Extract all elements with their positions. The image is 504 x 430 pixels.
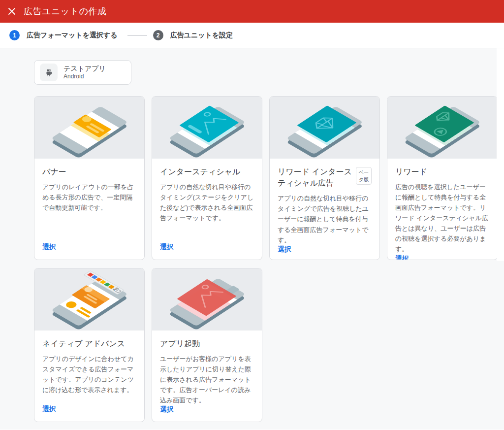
stepper: 1 広告フォーマットを選択する 2 広告ユニットを設定 <box>0 23 504 48</box>
card-description: アプリのデザインに合わせてカスタマイズできる広告フォーマットです。アプリのコンテ… <box>42 354 136 395</box>
card-title: リワード <box>395 166 489 177</box>
native-advanced-phone-icon: Aa <box>34 268 144 331</box>
dialog-header: 広告ユニットの作成 <box>0 0 504 23</box>
select-link[interactable]: 選択 <box>395 255 489 260</box>
card-description: アプリのレイアウトの一部を占める長方形の広告で、一定間隔で自動更新可能です。 <box>42 182 136 213</box>
card-app-open: アプリ起動 ユーザーがお客様のアプリを表示したりアプリに切り替えた際に表示される… <box>152 268 262 422</box>
card-body: リワード 広告の視聴を選択したユーザーに報酬として特典を付与する全画面広告フォー… <box>387 159 497 260</box>
app-open-phone-icon <box>152 268 262 331</box>
card-title: アプリ起動 <box>160 338 254 349</box>
select-link[interactable]: 選択 <box>160 243 254 252</box>
card-description: アプリの自然な切れ目や移行のタイミングで広告を視聴したユーザーに報酬として特典を… <box>278 193 372 245</box>
rewarded-illustration <box>387 97 497 159</box>
step-1-circle: 1 <box>9 30 20 40</box>
android-icon <box>40 64 58 81</box>
interstitial-illustration <box>152 97 262 159</box>
select-link[interactable]: 選択 <box>160 405 254 414</box>
card-body: インタースティシャル アプリの自然な切れ目や移行のタイミング(ステージをクリアし… <box>152 159 262 260</box>
beta-badge-line1: ベー <box>359 168 369 176</box>
content-area: テストアプリ Android <box>0 48 504 430</box>
card-body: ネイティブ アドバンス アプリのデザインに合わせてカスタマイズできる広告フォーマ… <box>34 331 144 422</box>
banner-phone-icon <box>34 97 144 159</box>
step-2-configure-unit: 2 広告ユニットを設定 <box>153 30 233 40</box>
app-chip-text: テストアプリ Android <box>63 64 106 81</box>
app-open-illustration <box>152 268 262 331</box>
card-body: リワード インタースティシャル広告 ベー タ版 アプリの自然な切れ目や移行のタイ… <box>270 159 379 260</box>
scrollbar-gutter <box>497 48 504 261</box>
beta-badge: ベー タ版 <box>356 167 372 185</box>
card-title: ネイティブ アドバンス <box>42 338 136 349</box>
select-link[interactable]: 選択 <box>278 245 372 254</box>
card-banner: バナー アプリのレイアウトの一部を占める長方形の広告で、一定間隔で自動更新可能で… <box>34 96 145 260</box>
beta-badge-line2: タ版 <box>359 176 369 183</box>
page-title: 広告ユニットの作成 <box>24 5 107 17</box>
rewarded-interstitial-phone-icon <box>270 97 379 159</box>
card-title: バナー <box>42 166 136 177</box>
card-native-advanced: Aa ネイティブ アドバンス アプリのデザインに合わせてカスタマイズできる広告フ… <box>34 268 145 422</box>
rewarded-phone-icon <box>387 97 497 159</box>
card-title: インタースティシャル <box>160 166 254 177</box>
app-name: テストアプリ <box>63 64 106 73</box>
select-link[interactable]: 選択 <box>42 243 136 252</box>
native-advanced-illustration: Aa <box>34 268 144 331</box>
interstitial-phone-icon <box>152 97 262 159</box>
app-platform: Android <box>63 73 106 81</box>
card-rewarded: リワード 広告の視聴を選択したユーザーに報酬として特典を付与する全画面広告フォー… <box>387 96 498 260</box>
rewarded-interstitial-illustration <box>270 97 379 159</box>
step-1-select-format: 1 広告フォーマットを選択する <box>9 30 118 40</box>
card-description: ユーザーがお客様のアプリを表示したりアプリに切り替えた際に表示される広告フォーマ… <box>160 354 254 405</box>
step-2-circle: 2 <box>153 30 163 40</box>
banner-illustration <box>34 97 144 159</box>
card-description: アプリの自然な切れ目や移行のタイミング(ステージをクリアした後など)で表示される… <box>160 182 254 223</box>
card-interstitial: インタースティシャル アプリの自然な切れ目や移行のタイミング(ステージをクリアし… <box>152 96 262 260</box>
step-1-label: 広告フォーマットを選択する <box>27 31 118 40</box>
card-title: リワード インタースティシャル広告 <box>278 166 353 189</box>
close-icon <box>8 8 15 15</box>
selected-app-chip: テストアプリ Android <box>34 60 131 85</box>
select-link[interactable]: 選択 <box>42 405 136 414</box>
card-body: アプリ起動 ユーザーがお客様のアプリを表示したりアプリに切り替えた際に表示される… <box>152 331 262 422</box>
stepper-connector-line <box>127 35 147 36</box>
card-body: バナー アプリのレイアウトの一部を占める長方形の広告で、一定間隔で自動更新可能で… <box>34 159 144 260</box>
step-2-label: 広告ユニットを設定 <box>170 31 233 40</box>
card-description: 広告の視聴を選択したユーザーに報酬として特典を付与する全画面広告フォーマットです… <box>395 182 489 254</box>
card-rewarded-interstitial: リワード インタースティシャル広告 ベー タ版 アプリの自然な切れ目や移行のタイ… <box>269 96 380 260</box>
close-button[interactable] <box>0 0 24 23</box>
ad-format-cards: バナー アプリのレイアウトの一部を占める長方形の広告で、一定間隔で自動更新可能で… <box>34 96 504 422</box>
